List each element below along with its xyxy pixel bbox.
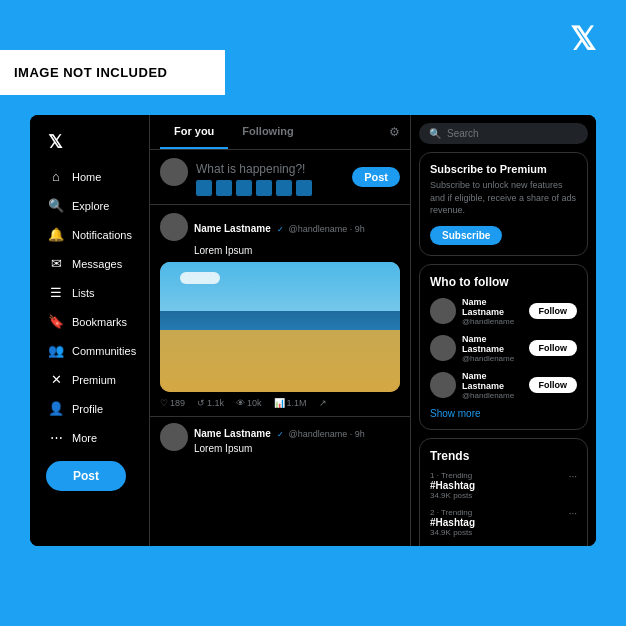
tweet-2-name: Name Lastname [194, 428, 271, 439]
trend-item-1[interactable]: 1 · Trending #Hashtag 34.9K posts ··· [430, 471, 577, 500]
tweet-1-views[interactable]: 👁 10k [236, 398, 262, 408]
home-icon: ⌂ [48, 169, 64, 184]
sidebar-item-lists[interactable]: ☰ Lists [38, 279, 141, 306]
trend-dots-2[interactable]: ··· [569, 508, 577, 519]
sidebar: 𝕏 ⌂ Home 🔍 Explore 🔔 Notifications ✉ Mes… [30, 115, 150, 546]
tweet-1-text: Lorem Ipsum [160, 245, 400, 256]
subscribe-button[interactable]: Subscribe [430, 226, 502, 245]
sidebar-logo: 𝕏 [38, 127, 141, 161]
follow-avatar-1 [430, 298, 456, 324]
feed-tabs: For you Following ⚙ [150, 115, 410, 150]
trend-item-2[interactable]: 2 · Trending #Hashtag 34.9K posts ··· [430, 508, 577, 537]
more-icon: ⋯ [48, 430, 64, 445]
tweet-1-bookmarks[interactable]: 📊 1.1M [274, 398, 307, 408]
emoji-tool-icon[interactable] [256, 180, 272, 196]
twitter-ui: 𝕏 ⌂ Home 🔍 Explore 🔔 Notifications ✉ Mes… [30, 115, 596, 546]
location-tool-icon[interactable] [296, 180, 312, 196]
sidebar-item-home[interactable]: ⌂ Home [38, 163, 141, 190]
heart-icon: ♡ [160, 398, 168, 408]
follow-button-1[interactable]: Follow [529, 303, 578, 319]
tweet-1-share[interactable]: ↗ [319, 398, 327, 408]
compose-area: What is happening?! [196, 158, 344, 196]
follow-handle-2: @handlename [462, 354, 523, 363]
sidebar-item-more[interactable]: ⋯ More [38, 424, 141, 451]
compose-tools [196, 180, 344, 196]
tweet-2-content: Name Lastname ✓ @handlename · 9h Lorem I… [194, 423, 400, 460]
follow-avatar-2 [430, 335, 456, 361]
trend-dots-3[interactable]: ··· [569, 545, 577, 546]
compose-post-button[interactable]: Post [352, 167, 400, 187]
who-to-follow-section: Who to follow Name Lastname @handlename … [419, 264, 588, 430]
tweet-2-verified: ✓ [277, 430, 284, 439]
trend-category-3: 3 · Trending [430, 545, 569, 546]
sidebar-item-bookmarks[interactable]: 🔖 Bookmarks [38, 308, 141, 335]
sidebar-item-premium[interactable]: ✕ Premium [38, 366, 141, 393]
post-button[interactable]: Post [46, 461, 126, 491]
trend-tag-2: #Hashtag [430, 517, 569, 528]
follow-name-3: Name Lastname [462, 371, 523, 391]
sidebar-item-notifications[interactable]: 🔔 Notifications [38, 221, 141, 248]
compose-input[interactable]: What is happening?! [196, 158, 344, 176]
follow-info-1: Name Lastname @handlename [462, 297, 523, 326]
follow-avatar-3 [430, 372, 456, 398]
tweet-1-actions: ♡ 189 ↺ 1.1k 👁 10k 📊 1.1M ↗ [160, 392, 400, 408]
tweet-1-header: Name Lastname ✓ @handlename · 9h [160, 213, 400, 241]
trend-count-1: 34.9K posts [430, 491, 569, 500]
follow-handle-3: @handlename [462, 391, 523, 400]
poll-tool-icon[interactable] [236, 180, 252, 196]
tweet-2-handle: @handlename · 9h [289, 429, 365, 439]
sidebar-item-bookmarks-label: Bookmarks [72, 316, 127, 328]
sidebar-item-explore-label: Explore [72, 200, 109, 212]
sidebar-item-home-label: Home [72, 171, 101, 183]
tweet-1-name: Name Lastname [194, 223, 271, 234]
follow-name-2: Name Lastname [462, 334, 523, 354]
follow-info-2: Name Lastname @handlename [462, 334, 523, 363]
search-bar[interactable]: 🔍 Search [419, 123, 588, 144]
tweet-1-image [160, 262, 400, 392]
tab-following[interactable]: Following [228, 115, 307, 149]
notifications-icon: 🔔 [48, 227, 64, 242]
tweet-1-retweets[interactable]: ↺ 1.1k [197, 398, 224, 408]
trend-category-1: 1 · Trending [430, 471, 569, 480]
trend-info-2: 2 · Trending #Hashtag 34.9K posts [430, 508, 569, 537]
tweet-2-text: Lorem Ipsum [194, 443, 400, 454]
trend-category-2: 2 · Trending [430, 508, 569, 517]
messages-icon: ✉ [48, 256, 64, 271]
compose-avatar [160, 158, 188, 186]
show-more-link[interactable]: Show more [430, 408, 577, 419]
follow-name-1: Name Lastname [462, 297, 523, 317]
sidebar-item-messages[interactable]: ✉ Messages [38, 250, 141, 277]
sidebar-item-communities[interactable]: 👥 Communities [38, 337, 141, 364]
follow-button-3[interactable]: Follow [529, 377, 578, 393]
share-icon: ↗ [319, 398, 327, 408]
explore-icon: 🔍 [48, 198, 64, 213]
tweet-1-handle: @handlename · 9h [289, 224, 365, 234]
lists-icon: ☰ [48, 285, 64, 300]
sidebar-item-communities-label: Communities [72, 345, 136, 357]
trend-info-3: 3 · Trending #Hashtag 34.9K posts [430, 545, 569, 546]
schedule-tool-icon[interactable] [276, 180, 292, 196]
tweet-1-likes[interactable]: ♡ 189 [160, 398, 185, 408]
gif-tool-icon[interactable] [216, 180, 232, 196]
sidebar-item-profile[interactable]: 👤 Profile [38, 395, 141, 422]
trend-tag-1: #Hashtag [430, 480, 569, 491]
trend-dots-1[interactable]: ··· [569, 471, 577, 482]
beach-cloud [180, 272, 220, 284]
tab-for-you[interactable]: For you [160, 115, 228, 149]
trends-section: Trends 1 · Trending #Hashtag 34.9K posts… [419, 438, 588, 546]
search-placeholder: Search [447, 128, 479, 139]
bookmarks-icon: 🔖 [48, 314, 64, 329]
views-icon: 👁 [236, 398, 245, 408]
sidebar-item-lists-label: Lists [72, 287, 95, 299]
sidebar-item-explore[interactable]: 🔍 Explore [38, 192, 141, 219]
right-sidebar: 🔍 Search Subscribe to Premium Subscribe … [411, 115, 596, 546]
tweet-2-avatar [160, 423, 188, 451]
trend-item-3[interactable]: 3 · Trending #Hashtag 34.9K posts ··· [430, 545, 577, 546]
trends-title: Trends [430, 449, 577, 463]
premium-box: Subscribe to Premium Subscribe to unlock… [419, 152, 588, 256]
sidebar-item-premium-label: Premium [72, 374, 116, 386]
follow-button-2[interactable]: Follow [529, 340, 578, 356]
settings-icon[interactable]: ⚙ [389, 125, 400, 139]
image-tool-icon[interactable] [196, 180, 212, 196]
trend-count-2: 34.9K posts [430, 528, 569, 537]
